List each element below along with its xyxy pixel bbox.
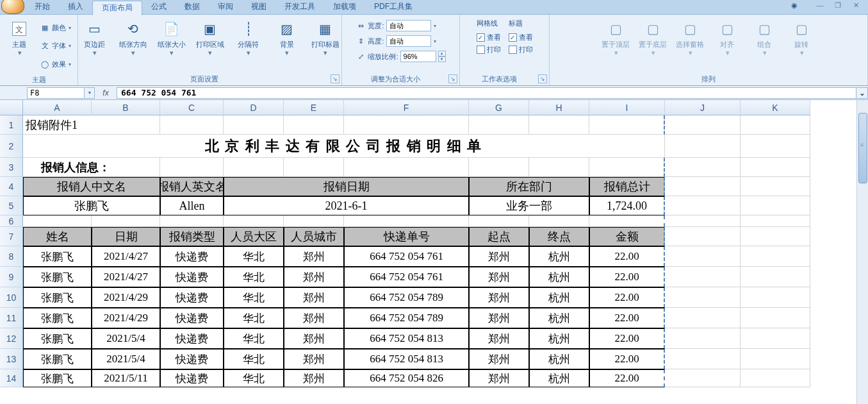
cell-r13c5[interactable]: 郑州 <box>284 349 344 369</box>
cell-r13c1[interactable]: 张鹏飞 <box>23 349 92 369</box>
cell-r10c2[interactable]: 2021/4/29 <box>92 287 160 308</box>
cell-r6c11[interactable] <box>741 215 810 227</box>
cell-r7c11[interactable] <box>741 227 810 246</box>
cell-r10c6[interactable]: 664 752 054 789 <box>344 287 469 308</box>
cell-r14c4[interactable]: 华北 <box>224 369 284 387</box>
cell-r11c2[interactable]: 2021/4/29 <box>92 308 160 328</box>
cell-r8c10[interactable] <box>665 246 741 267</box>
col-header-G[interactable]: G <box>469 100 529 115</box>
cell-r6c6[interactable] <box>344 215 469 227</box>
selectionPane-button[interactable]: ▢选择窗格▾ <box>673 17 707 57</box>
cell-r6c2[interactable] <box>92 215 160 227</box>
cell-r3c7[interactable] <box>469 158 529 177</box>
col-header-A[interactable]: A <box>23 100 92 115</box>
cell-r1c11[interactable] <box>741 115 810 135</box>
cell-r1c10[interactable] <box>665 115 741 135</box>
cell-r9c11[interactable] <box>741 267 810 287</box>
cell-r14c8[interactable]: 杭州 <box>529 369 589 387</box>
cell-r4c9 / 10[interactable]: 报销总计 <box>589 177 665 196</box>
gridlines-view-check[interactable]: ✓查看 <box>477 33 501 42</box>
cell-r2c1 / 10[interactable]: 北 京 利 丰 达 有 限 公 司 报 销 明 细 单 <box>23 135 665 158</box>
cell-r1c9[interactable] <box>589 115 665 135</box>
cell-r14c7[interactable]: 郑州 <box>469 369 529 387</box>
cell-r9c6[interactable]: 664 752 054 761 <box>344 267 469 287</box>
headings-print-check[interactable]: 打印 <box>509 45 533 55</box>
row-header-8[interactable]: 8 <box>0 246 23 267</box>
tab-数据[interactable]: 数据 <box>176 0 209 15</box>
row-header-9[interactable]: 9 <box>0 267 23 287</box>
gridlines-print-check[interactable]: 打印 <box>477 45 501 55</box>
tab-PDF工具集[interactable]: PDF工具集 <box>365 0 422 15</box>
tab-加载项[interactable]: 加载项 <box>324 0 365 15</box>
breaks-button[interactable]: ┊分隔符▾ <box>231 17 266 57</box>
cell-r5c9 / 10[interactable]: 1,724.00 <box>589 196 665 215</box>
row-header-12[interactable]: 12 <box>0 328 23 349</box>
cell-r9c5[interactable]: 郑州 <box>284 267 344 287</box>
row-header-5[interactable]: 5 <box>0 196 23 215</box>
cell-r7c4[interactable]: 人员大区 <box>224 227 284 246</box>
cell-r9c2[interactable]: 2021/4/27 <box>92 267 160 287</box>
cell-r10c3[interactable]: 快递费 <box>160 287 224 308</box>
cell-r10c5[interactable]: 郑州 <box>284 287 344 308</box>
col-header-B[interactable]: B <box>92 100 160 115</box>
cell-r11c8[interactable]: 杭州 <box>529 308 589 328</box>
cell-r3c10[interactable] <box>665 158 741 177</box>
tab-插入[interactable]: 插入 <box>59 0 92 15</box>
cell-r14c10[interactable] <box>665 369 741 387</box>
fonts-button[interactable]: 文字体▾ <box>40 41 71 51</box>
cell-r12c5[interactable]: 郑州 <box>284 328 344 349</box>
printTitles-button[interactable]: ▦打印标题▾ <box>307 17 343 57</box>
cell-r14c1[interactable]: 张鹏飞 <box>23 369 92 387</box>
cell-r8c2[interactable]: 2021/4/27 <box>92 246 160 267</box>
cell-r10c8[interactable]: 杭州 <box>529 287 589 308</box>
row-header-7[interactable]: 7 <box>0 227 23 246</box>
cell-r13c8[interactable]: 杭州 <box>529 349 589 369</box>
cell-r1c5[interactable] <box>284 115 344 135</box>
row-header-6[interactable]: 6 <box>0 215 23 227</box>
cell-r9c4[interactable]: 华北 <box>224 267 284 287</box>
background-button[interactable]: ▨背景▾ <box>269 17 305 57</box>
cell-r2c11[interactable] <box>741 135 810 158</box>
cell-r13c3[interactable]: 快递费 <box>160 349 224 369</box>
cell-r10c7[interactable]: 郑州 <box>469 287 529 308</box>
formula-input[interactable] <box>117 87 856 99</box>
formula-expand[interactable]: ⌄ <box>856 87 868 99</box>
row-header-2[interactable]: 2 <box>0 135 23 158</box>
cell-r8c4[interactable]: 华北 <box>224 246 284 267</box>
cell-r13c9[interactable]: 22.00 <box>589 349 665 369</box>
cell-r3c1 / 3[interactable]: 报销人信息： <box>23 158 160 177</box>
cell-r11c7[interactable]: 郑州 <box>469 308 529 328</box>
cell-r3c11[interactable] <box>741 158 810 177</box>
cell-r6c9[interactable] <box>589 215 665 227</box>
cell-r8c9[interactable]: 22.00 <box>589 246 665 267</box>
office-button[interactable] <box>1 0 24 14</box>
tab-审阅[interactable]: 审阅 <box>209 0 242 15</box>
col-header-D[interactable]: D <box>224 100 284 115</box>
cell-r6c8[interactable] <box>529 215 589 227</box>
cell-r4c4 / 7[interactable]: 报销日期 <box>224 177 469 196</box>
help-icon[interactable]: ◉ <box>786 0 803 10</box>
cell-r6c10[interactable] <box>665 215 741 227</box>
cells-grid[interactable]: 报销附件1北 京 利 丰 达 有 限 公 司 报 销 明 细 单报销人信息：报销… <box>23 115 856 387</box>
cell-r13c2[interactable]: 2021/5/4 <box>92 349 160 369</box>
cell-r10c1[interactable]: 张鹏飞 <box>23 287 92 308</box>
col-header-H[interactable]: H <box>529 100 589 115</box>
row-header-1[interactable]: 1 <box>0 115 23 135</box>
col-header-J[interactable]: J <box>665 100 741 115</box>
cell-r12c11[interactable] <box>741 328 810 349</box>
cell-r7c1[interactable]: 姓名 <box>23 227 92 246</box>
cell-r5c1 / 3[interactable]: 张鹏飞 <box>23 196 160 215</box>
row-header-13[interactable]: 13 <box>0 349 23 369</box>
cell-r12c6[interactable]: 664 752 054 813 <box>344 328 469 349</box>
cell-r13c7[interactable]: 郑州 <box>469 349 529 369</box>
cell-r14c11[interactable] <box>741 369 810 387</box>
cell-r4c11[interactable] <box>741 177 810 196</box>
height-input[interactable] <box>386 35 431 47</box>
cell-r6c1[interactable] <box>23 215 92 227</box>
sendBack-button[interactable]: ▢置于底层▾ <box>635 17 670 57</box>
cell-r14c5[interactable]: 郑州 <box>284 369 344 387</box>
cell-r12c9[interactable]: 22.00 <box>589 328 665 349</box>
cell-r3c5[interactable] <box>284 158 344 177</box>
cell-r3c4[interactable] <box>224 158 284 177</box>
cell-r9c9[interactable]: 22.00 <box>589 267 665 287</box>
